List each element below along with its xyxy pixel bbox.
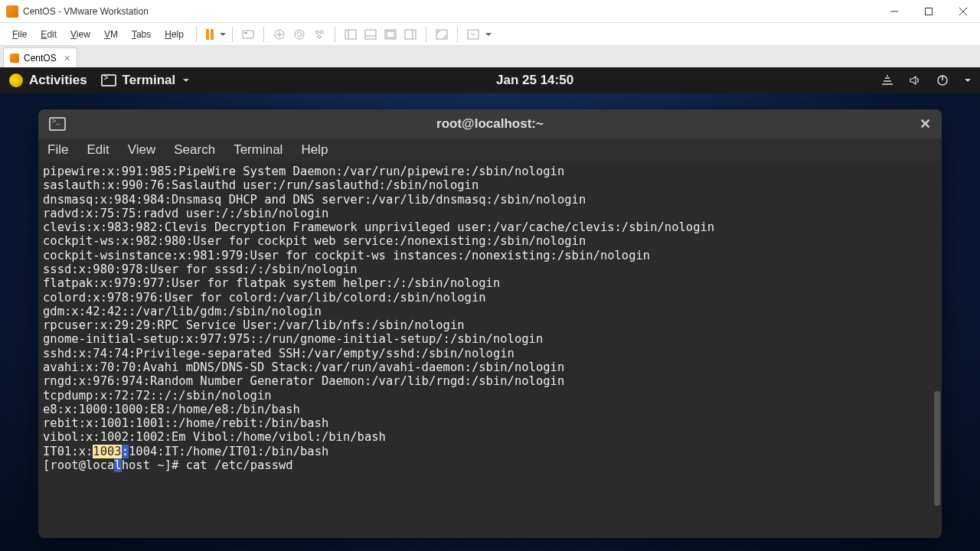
app-indicator-label: Terminal (122, 73, 176, 88)
terminal-line: IT01:x:1003:1004:IT:/home/IT01:/bin/bash (43, 445, 937, 458)
svg-rect-13 (365, 30, 376, 39)
terminal-close-button[interactable]: ✕ (920, 116, 931, 132)
vm-tab-icon (10, 54, 19, 63)
terminal-line: pipewire:x:991:985:PipeWire System Daemo… (43, 165, 937, 178)
svg-point-9 (320, 31, 323, 34)
terminal-line: gdm:x:42:42::/var/lib/gdm:/sbin/nologin (43, 305, 937, 318)
layout-3-icon[interactable] (381, 25, 400, 44)
svg-rect-4 (243, 31, 253, 38)
snapshot-take-icon[interactable] (270, 25, 289, 44)
svg-rect-17 (405, 30, 416, 39)
terminal-command: cat /etc/passwd (186, 458, 293, 472)
gnome-clock[interactable]: Jan 25 14:50 (496, 73, 573, 88)
network-icon (880, 73, 894, 87)
svg-point-8 (315, 31, 318, 34)
terminal-content[interactable]: pipewire:x:991:985:PipeWire System Daemo… (38, 161, 942, 538)
maximize-button[interactable] (911, 0, 946, 23)
separator (263, 27, 264, 42)
terminal-line: flatpak:x:979:977:User for flatpak syste… (43, 276, 937, 290)
close-button[interactable] (946, 0, 980, 23)
svg-rect-5 (244, 32, 247, 34)
term-menu-search[interactable]: Search (174, 142, 215, 158)
term-menu-edit[interactable]: Edit (87, 142, 109, 158)
svg-point-10 (318, 35, 321, 38)
terminal-line: e8:x:1000:1000:E8:/home/e8:/bin/bash (43, 403, 937, 416)
vm-screen: Activities Terminal Jan 25 14:50 root@lo… (0, 67, 980, 551)
term-menu-help[interactable]: Help (301, 142, 328, 158)
terminal-window: root@localhost:~ ✕ File Edit View Search… (38, 109, 942, 538)
layout-4-icon[interactable] (401, 25, 420, 44)
layout-1-icon[interactable] (341, 25, 360, 44)
terminal-line: saslauth:x:990:76:Saslauthd user:/run/sa… (43, 178, 937, 192)
app-indicator[interactable]: Terminal (101, 73, 190, 88)
svg-rect-16 (387, 31, 394, 37)
terminal-line: clevis:x:983:982:Clevis Decryption Frame… (43, 220, 937, 234)
terminal-line: avahi:x:70:70:Avahi mDNS/DNS-SD Stack:/v… (43, 360, 937, 374)
terminal-line: rpcuser:x:29:29:RPC Service User:/var/li… (43, 318, 937, 332)
terminal-line: cockpit-wsinstance:x:981:979:User for co… (43, 249, 937, 262)
separator (457, 27, 458, 42)
terminal-indicator-icon (101, 74, 116, 86)
volume-icon (908, 73, 922, 87)
terminal-line: colord:x:978:976:User for colord:/var/li… (43, 291, 937, 305)
term-menu-file[interactable]: File (47, 142, 68, 158)
fullscreen-icon[interactable] (433, 25, 451, 44)
term-menu-view[interactable]: View (128, 142, 156, 158)
terminal-cursor-block: : (122, 445, 129, 458)
vm-tab[interactable]: CentOS × (3, 47, 77, 67)
svg-rect-20 (468, 30, 479, 39)
separator (196, 27, 197, 42)
vm-tab-label: CentOS (24, 53, 57, 64)
menu-view[interactable]: View (64, 27, 96, 42)
terminal-line: sssd:x:980:978:User for sssd:/:/sbin/nol… (43, 262, 937, 276)
terminal-scrollbar[interactable] (934, 391, 940, 506)
svg-rect-11 (345, 30, 356, 39)
term-menu-terminal[interactable]: Terminal (234, 142, 283, 158)
terminal-titlebar-icon (49, 117, 66, 131)
terminal-titlebar[interactable]: root@localhost:~ ✕ (38, 109, 942, 139)
terminal-line: rngd:x:976:974:Random Number Generator D… (43, 374, 937, 388)
terminal-window-title: root@localhost:~ (436, 116, 544, 132)
terminal-line: cockpit-ws:x:982:980:User for cockpit we… (43, 234, 937, 248)
menu-vm[interactable]: VM (98, 27, 124, 42)
system-tray[interactable] (880, 73, 971, 87)
view-dropdown-icon[interactable] (485, 33, 492, 36)
menu-file[interactable]: File (6, 27, 33, 42)
separator (426, 27, 426, 42)
separator (232, 27, 233, 42)
vmware-tabbar: CentOS × (0, 46, 980, 67)
activities-button[interactable]: Activities (9, 73, 87, 88)
snapshot-manager-icon[interactable] (310, 25, 328, 44)
close-tab-icon[interactable]: × (64, 52, 70, 64)
send-ctrl-alt-del-icon[interactable] (239, 25, 257, 44)
vmware-menubar: File Edit View VM Tabs Help (0, 23, 980, 46)
system-caret-icon (965, 79, 971, 82)
power-icon (936, 73, 949, 87)
pause-icon[interactable] (203, 29, 217, 40)
terminal-selection: 1003 (93, 445, 121, 458)
vmware-icon (6, 5, 18, 18)
terminal-line: dnsmasq:x:984:984:Dnsmasq DHCP and DNS s… (43, 193, 937, 207)
svg-rect-1 (925, 8, 932, 15)
menu-help[interactable]: Help (158, 27, 190, 42)
activities-label: Activities (29, 73, 87, 88)
terminal-line: tcpdump:x:72:72::/:/sbin/nologin (43, 389, 937, 403)
terminal-line: vibol:x:1002:1002:Em Vibol:/home/vibol:/… (43, 430, 937, 444)
terminal-line: gnome-initial-setup:x:977:975::/run/gnom… (43, 332, 937, 346)
gnome-footprint-icon (9, 73, 23, 87)
terminal-prompt-line: [root@localhost ~]# cat /etc/passwd (43, 458, 937, 472)
layout-2-icon[interactable] (361, 25, 380, 44)
terminal-line: sshd:x:74:74:Privilege-separated SSH:/va… (43, 347, 937, 360)
menu-edit[interactable]: Edit (34, 27, 63, 42)
terminal-line: rebit:x:1001:1001::/home/rebit:/bin/bash (43, 416, 937, 430)
windows-titlebar: CentOS - VMware Workstation (0, 0, 980, 23)
svg-point-7 (295, 30, 304, 39)
power-dropdown-icon[interactable] (220, 33, 226, 36)
unity-icon[interactable] (464, 25, 482, 44)
minimize-button[interactable] (877, 0, 911, 23)
gnome-topbar: Activities Terminal Jan 25 14:50 (0, 67, 980, 93)
terminal-menubar: File Edit View Search Terminal Help (38, 139, 942, 161)
snapshot-revert-icon[interactable] (290, 25, 309, 44)
menu-tabs[interactable]: Tabs (126, 27, 157, 42)
app-indicator-caret-icon (183, 79, 189, 82)
